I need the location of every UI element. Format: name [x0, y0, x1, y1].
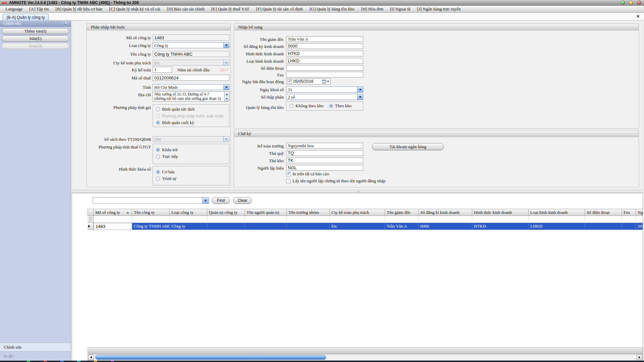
column-header[interactable]: Loại hình kinh doanh	[529, 209, 585, 216]
dropdown-arrow-icon[interactable]	[202, 197, 209, 203]
filter-cell[interactable]	[622, 216, 636, 223]
radio-direct[interactable]: Trực tiếp	[156, 154, 226, 159]
column-header[interactable]: Mã số công ty	[94, 209, 132, 216]
scroll-right-button[interactable]	[637, 355, 642, 360]
column-header[interactable]: Quản trị công ty	[207, 209, 245, 216]
filter-cell[interactable]	[529, 216, 585, 223]
menu-vat[interactable]: [E] Quản lý thuế VAT	[208, 6, 253, 12]
business-type-input[interactable]	[286, 58, 363, 64]
radio-icon[interactable]	[289, 104, 293, 108]
radio-deduction[interactable]: Khấu trừ	[156, 147, 226, 153]
radio-period-end-average[interactable]: Bình quân cuối kỳ	[156, 120, 226, 125]
grid-cell[interactable]: Công ty	[170, 223, 207, 230]
filter-icon-cell[interactable]	[88, 216, 94, 223]
scroll-up-icon[interactable]	[224, 92, 229, 97]
calendar-icon[interactable]	[322, 80, 329, 83]
start-date-value[interactable]: 05/05/2016	[293, 79, 321, 84]
grid-cell[interactable]: 2016	[636, 223, 643, 230]
menu-invoice[interactable]: [H] Hóa đơn	[358, 6, 387, 12]
radio-sequential[interactable]: Trình tự	[156, 176, 226, 181]
address-input[interactable]: Nhà xưởng số 32-33, Đường số 9-7 (đường …	[153, 92, 229, 102]
column-header[interactable]: Tên công ty	[132, 209, 170, 216]
company-type-select[interactable]: Công ty	[153, 42, 229, 48]
column-header[interactable]: Số điện thoại	[585, 209, 622, 216]
decimals-select[interactable]: 2 số	[286, 94, 363, 100]
chief-accountant-input[interactable]	[286, 143, 363, 148]
dropdown-arrow-icon[interactable]	[223, 84, 229, 90]
business-form-input[interactable]	[286, 51, 363, 56]
radio-icon[interactable]	[329, 104, 333, 108]
use-login-name-checkbox-row[interactable]: Lấy tên người lập chứng từ theo tên ngườ…	[286, 178, 385, 184]
tab-close-icon[interactable]: ✕	[636, 14, 640, 19]
radio-icon[interactable]	[156, 155, 160, 159]
filter-cell[interactable]	[245, 216, 287, 223]
preparer-input[interactable]	[286, 165, 363, 171]
business-reg-no-input[interactable]	[286, 43, 363, 49]
splitter-handle[interactable]	[72, 190, 643, 193]
grid-cell[interactable]	[287, 223, 330, 230]
print-all-checkbox-row[interactable]: In trên tất cả báo cáo	[286, 171, 329, 177]
radio-icon[interactable]	[156, 170, 160, 174]
menu-basic-data[interactable]: [B] Quản lý dữ liệu cơ bản	[52, 6, 106, 12]
menu-journal-ledger[interactable]: [C] Quản lý nhật ký và sổ cái	[106, 6, 164, 12]
grid-cell[interactable]: 0000	[419, 223, 472, 230]
sidebar-section-print[interactable]: In ấn	[0, 351, 71, 361]
radio-icon[interactable]	[156, 121, 160, 125]
radio-no-warehouse[interactable]: Không theo kho	[289, 103, 324, 109]
tab-company-management[interactable]: [B-A] Quản lý công ty	[3, 14, 49, 20]
grid-cell[interactable]: Trần Văn A	[385, 223, 419, 230]
grid-cell[interactable]: LHKD	[529, 223, 585, 230]
filter-cell[interactable]	[170, 216, 207, 223]
dropdown-arrow-icon[interactable]	[357, 94, 363, 100]
grid-cell[interactable]	[585, 223, 622, 230]
fax-input[interactable]	[286, 72, 363, 77]
menu-fixed-assets[interactable]: [F] Quản lý tài sản cố định	[253, 6, 306, 12]
director-input[interactable]	[286, 36, 363, 42]
add-button[interactable]: Thêm vào(I)	[2, 28, 69, 34]
menu-financial-reports[interactable]: [D] Báo cáo tài chính	[164, 6, 208, 12]
menu-language[interactable]: Language	[2, 6, 26, 12]
column-header[interactable]: Loại công ty	[170, 209, 207, 216]
column-header[interactable]: Ngày	[636, 209, 643, 216]
sidebar-header[interactable]: Chỉnh sửa	[0, 20, 71, 27]
company-code-input[interactable]	[153, 35, 229, 41]
filter-cell[interactable]	[636, 216, 643, 223]
horizontal-scrollbar[interactable]	[88, 354, 643, 361]
radio-instant-average[interactable]: Bình quân tức thời	[156, 107, 226, 112]
find-button[interactable]: Find	[212, 197, 230, 204]
cashier-input[interactable]	[286, 150, 363, 156]
menu-foreign-currency[interactable]: [I] Ngoại tệ	[387, 6, 414, 12]
use-login-name-checkbox[interactable]	[286, 179, 290, 183]
dropdown-arrow-icon[interactable]	[357, 87, 363, 92]
collapse-arrow-icon[interactable]	[63, 21, 68, 26]
radio-basic[interactable]: Cơ bản	[156, 169, 226, 175]
phone-input[interactable]	[286, 65, 363, 71]
filter-cell[interactable]	[585, 216, 622, 223]
start-date-picker[interactable]: 05/05/2016	[286, 78, 331, 84]
filter-cell[interactable]	[207, 216, 245, 223]
scroll-left-button[interactable]	[88, 355, 94, 360]
column-header[interactable]: Hình thức kinh doanh	[472, 209, 529, 216]
radio-icon[interactable]	[156, 177, 160, 181]
bank-accounts-button[interactable]: Tài khoản ngân hàng	[372, 143, 444, 150]
province-select[interactable]: Hồ Chí Minh	[153, 84, 229, 90]
column-header[interactable]: Tên trưởng nhóm	[287, 209, 330, 216]
filter-cell[interactable]	[472, 216, 529, 223]
scrollbar-thumb[interactable]	[95, 355, 326, 360]
tax-code-input[interactable]	[153, 75, 229, 81]
edit-button[interactable]: Sửa(E)	[2, 36, 69, 42]
accounting-period-input[interactable]	[153, 67, 172, 73]
grid-cell[interactable]: 1483	[94, 223, 132, 230]
filter-cell[interactable]	[132, 216, 170, 223]
grid-cell[interactable]: Công ty TNHH ABC	[132, 223, 170, 230]
filter-cell[interactable]	[419, 216, 472, 223]
radio-by-warehouse[interactable]: Theo kho	[329, 103, 352, 109]
filter-cell[interactable]	[287, 216, 330, 223]
column-header[interactable]: Fax	[622, 209, 636, 216]
dropdown-arrow-icon[interactable]	[223, 43, 229, 48]
close-button[interactable]	[637, 1, 641, 5]
scroll-down-icon[interactable]	[224, 97, 229, 101]
address-scroll[interactable]	[224, 92, 229, 101]
search-combobox[interactable]	[93, 197, 209, 204]
column-header[interactable]: Tên người quản trị	[245, 209, 287, 216]
